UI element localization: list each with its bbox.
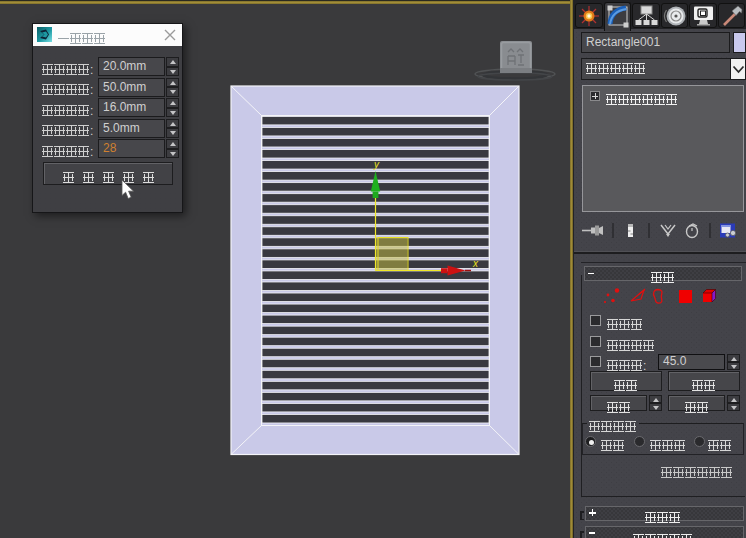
svg-text:x: x [472,258,479,269]
svg-text:y: y [373,159,380,170]
